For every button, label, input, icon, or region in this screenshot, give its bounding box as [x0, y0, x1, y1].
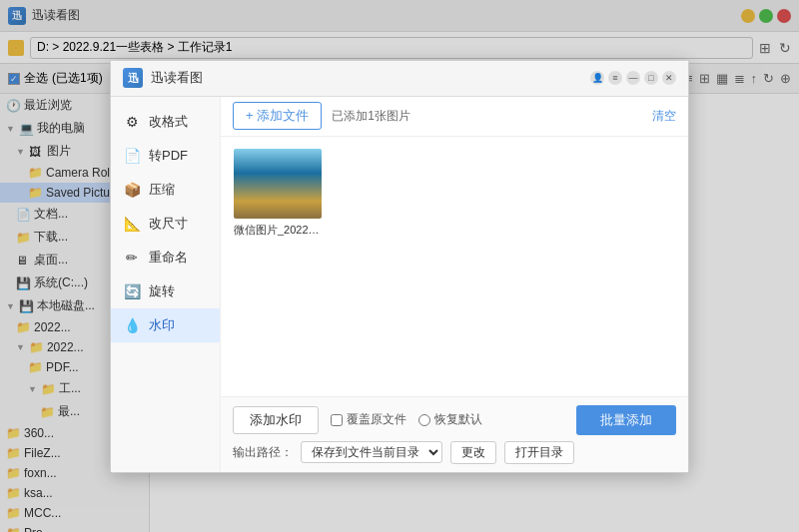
dialog-menu-rename[interactable]: ✏ 重命名: [111, 241, 220, 274]
dialog-menu-label: 转PDF: [149, 147, 188, 165]
batch-add-button[interactable]: 批量添加: [576, 405, 676, 435]
dialog-topbar: + 添加文件 已添加1张图片 清空: [221, 97, 688, 137]
restore-default-radio[interactable]: 恢复默认: [418, 411, 482, 428]
dialog-menu-watermark[interactable]: 💧 水印: [111, 308, 220, 342]
watermark-dialog: 迅 迅读看图 👤 ≡ — □ ✕ ⚙ 改格式: [110, 60, 689, 473]
dialog-filename: 微信图片_20221024114...: [234, 223, 322, 238]
dialog-title: 迅读看图: [151, 69, 203, 87]
dialog-menu-label: 压缩: [149, 181, 175, 199]
restore-radio-input[interactable]: [418, 414, 430, 426]
output-path-select[interactable]: 保存到文件当前目录: [301, 441, 442, 463]
dialog-overlay: 迅 迅读看图 👤 ≡ — □ ✕ ⚙ 改格式: [0, 0, 799, 532]
thumbnail-image: [234, 149, 322, 219]
dialog-menu-label: 水印: [149, 316, 175, 334]
dialog-menu-label: 重命名: [149, 249, 188, 266]
main-window: 迅 迅读看图 — □ ✕ ⊞ ↻ ✓ 全选 (已选1项) 删 删除 ⇅ ≡: [0, 0, 799, 532]
dialog-body: ⚙ 改格式 📄 转PDF 📦 压缩 📐 改尺寸: [111, 97, 688, 472]
format-icon: ⚙: [123, 114, 141, 130]
rotate-icon: 🔄: [123, 283, 141, 299]
dialog-minimize-button[interactable]: —: [626, 71, 640, 85]
dialog-sidebar: ⚙ 改格式 📄 转PDF 📦 压缩 📐 改尺寸: [111, 97, 221, 472]
output-path-label: 输出路径：: [233, 444, 293, 461]
dialog-menu-label: 旋转: [149, 282, 175, 300]
dialog-menu-icon[interactable]: ≡: [608, 71, 622, 85]
dialog-bottom-row2: 输出路径： 保存到文件当前目录 更改 打开目录: [233, 441, 676, 464]
dialog-close-button[interactable]: ✕: [662, 71, 676, 85]
dialog-title-left: 迅 迅读看图: [123, 68, 203, 88]
add-watermark-button[interactable]: 添加水印: [233, 406, 319, 434]
dialog-menu-compress[interactable]: 📦 压缩: [111, 173, 220, 207]
clear-button[interactable]: 清空: [652, 108, 676, 125]
dialog-menu-format[interactable]: ⚙ 改格式: [111, 105, 220, 139]
dialog-menu-rotate[interactable]: 🔄 旋转: [111, 274, 220, 308]
add-file-button[interactable]: + 添加文件: [233, 102, 322, 130]
dialog-maximize-button[interactable]: □: [644, 71, 658, 85]
pdf-icon: 📄: [123, 148, 141, 164]
dialog-main-content: + 添加文件 已添加1张图片 清空 微信图片_20221024114...: [221, 97, 688, 472]
added-count-label: 已添加1张图片: [332, 108, 410, 125]
dialog-file-area: 微信图片_20221024114...: [221, 137, 688, 396]
dialog-bottombar: 添加水印 覆盖原文件 恢复默认 批量添加: [221, 396, 688, 472]
dialog-titlebar: 迅 迅读看图 👤 ≡ — □ ✕: [111, 61, 688, 97]
dialog-menu-resize[interactable]: 📐 改尺寸: [111, 207, 220, 241]
open-directory-button[interactable]: 打开目录: [504, 441, 574, 464]
dialog-menu-label: 改尺寸: [149, 215, 188, 233]
dialog-user-icon[interactable]: 👤: [590, 71, 604, 85]
resize-icon: 📐: [123, 216, 141, 232]
restore-label: 恢复默认: [434, 411, 482, 428]
dialog-logo: 迅: [123, 68, 143, 88]
change-path-button[interactable]: 更改: [450, 441, 496, 464]
dialog-bottom-row1: 添加水印 覆盖原文件 恢复默认 批量添加: [233, 405, 676, 435]
compress-icon: 📦: [123, 182, 141, 198]
watermark-icon: 💧: [123, 317, 141, 333]
dialog-menu-label: 改格式: [149, 113, 188, 131]
dialog-file-item[interactable]: 微信图片_20221024114...: [233, 149, 323, 238]
dialog-menu-pdf[interactable]: 📄 转PDF: [111, 139, 220, 173]
dialog-window-buttons: 👤 ≡ — □ ✕: [590, 71, 676, 85]
cover-original-checkbox[interactable]: 覆盖原文件: [331, 411, 406, 428]
rename-icon: ✏: [123, 250, 141, 266]
cover-label: 覆盖原文件: [347, 411, 406, 428]
dialog-thumbnail: [234, 149, 322, 219]
cover-checkbox-input[interactable]: [331, 414, 343, 426]
